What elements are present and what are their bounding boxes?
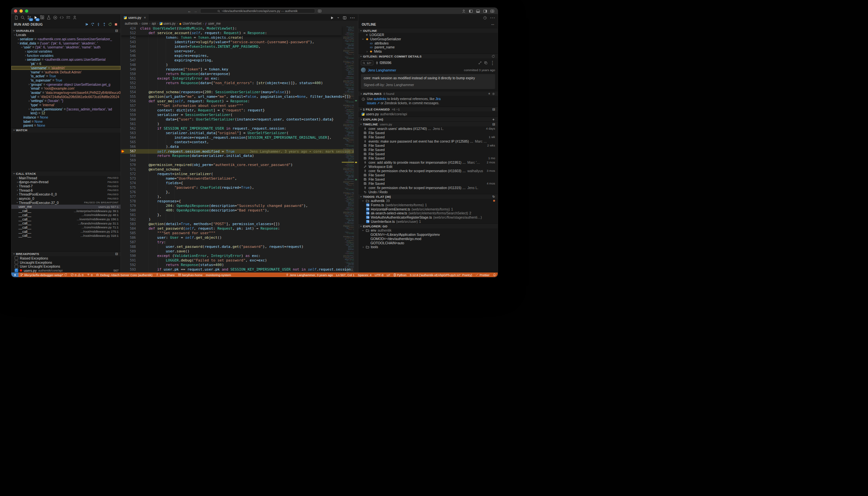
close-tab-icon[interactable]: ×	[144, 16, 146, 19]
code-line[interactable]: 591 LOGGER.debug("Failed to set password…	[121, 258, 358, 263]
breakpoint-gutter[interactable]	[121, 235, 125, 240]
status-eol[interactable]: LF	[385, 273, 392, 277]
breakpoint-gutter[interactable]	[121, 158, 125, 163]
breakpoint-gutter[interactable]	[121, 195, 125, 199]
code-line[interactable]: 569	[121, 158, 358, 163]
breakpoint-gutter[interactable]	[121, 67, 125, 72]
remote-indicator[interactable]	[11, 273, 18, 277]
call-stack-thread[interactable]: ›MainThreadPAUSED	[11, 176, 121, 180]
commit-sha[interactable]: f285096	[375, 61, 391, 65]
status-beryl-uio-home[interactable]: beryl/uio-home	[176, 273, 204, 277]
breakpoint-gutter[interactable]	[121, 86, 125, 90]
breakpoint-gutter[interactable]	[121, 240, 125, 245]
breadcrumb-item[interactable]: users.py	[159, 22, 175, 25]
code-line[interactable]: 550 return Response(data=response)	[121, 72, 358, 76]
code-line[interactable]: 559 serializer = SessionUserSerializer(	[121, 113, 358, 117]
breakpoint-gutter[interactable]	[121, 81, 125, 86]
go-env-row[interactable]: ›tools	[358, 245, 498, 249]
todos-header[interactable]: ›TODOS: FLAT (39) ↻	[358, 194, 498, 199]
continue-button[interactable]	[85, 22, 89, 26]
person-button[interactable]	[462, 8, 466, 14]
open-in-graph-button[interactable]	[478, 60, 482, 66]
timeline-item[interactable]: core: add ability to provide reason for …	[358, 160, 498, 164]
code-line[interactable]: 588 user.set_password(request.data.get("…	[121, 245, 358, 249]
code-line[interactable]: 570 @permission_required(obj_perm="authe…	[121, 163, 358, 167]
go-env-row[interactable]: ›GOTOOLCHAIN=auto	[358, 241, 498, 245]
tab-users-py[interactable]: users.py ×	[121, 14, 149, 21]
breakpoint-gutter[interactable]	[121, 49, 125, 53]
code-editor[interactable]: 542 token: Token = Token.objects.create(…	[121, 26, 358, 273]
minimap[interactable]: token: Token = Token.objects.create( ide…	[342, 26, 354, 273]
breadcrumb-item[interactable]: ◆UserViewSet	[179, 22, 202, 25]
code-line[interactable]: 586 user: User = self.get_object()	[121, 235, 358, 240]
status-language-mode[interactable]: {}Python	[392, 273, 408, 277]
code-line[interactable]: 558 context: dict[str, Request] = {"requ…	[121, 108, 358, 113]
breakpoint-gutter[interactable]	[121, 213, 125, 217]
code-line[interactable]: 593 if user.pk == request.user.pk and SE…	[121, 267, 358, 272]
breakpoint-gutter[interactable]	[121, 172, 125, 176]
more-actions-icon[interactable]: ⋯	[491, 23, 494, 26]
status-python-interpreter[interactable]: 3.12.8 ('authentik-xEAhpGPh-py3.12': Poe…	[408, 273, 474, 277]
breakpoints-section-header[interactable]: ›BREAKPOINTS ⊟	[11, 251, 121, 256]
breakpoint-gutter[interactable]	[121, 190, 125, 195]
layout-grid-button[interactable]	[490, 8, 494, 14]
breakpoint-gutter[interactable]	[121, 122, 125, 126]
code-line[interactable]: 574 fields={	[121, 181, 358, 185]
todo-file-row[interactable]: TSForms.ts(web/src/elements/forms)1	[358, 203, 498, 207]
code-line[interactable]: 589 user.save()	[121, 249, 358, 254]
status-encoding[interactable]: UTF-8	[373, 273, 385, 277]
breakpoint-gutter[interactable]	[121, 258, 125, 263]
variable-row[interactable]: ›'avatar'='data:image/svg+xml;base64,PHN…	[11, 91, 121, 95]
breakpoint-gutter[interactable]	[121, 104, 125, 108]
code-line[interactable]: 584 def set_password(self, request: Requ…	[121, 227, 358, 231]
more-actions-icon[interactable]: ⋯	[350, 15, 355, 21]
timeline-item[interactable]: core: fix permission check for scoped im…	[358, 185, 498, 190]
code-line[interactable]: 545 user=user,	[121, 49, 358, 53]
outline-item[interactable]: ›▭attributes	[358, 41, 498, 45]
code-line[interactable]: 564 instance=request._request.session[SE…	[121, 136, 358, 140]
breakpoint-gutter[interactable]	[121, 231, 125, 235]
code-line[interactable]: 583 @action(detail=True, methods=["POST"…	[121, 222, 358, 227]
layout-right-button[interactable]	[483, 8, 487, 14]
code-line[interactable]: 551 except IntegrityError as exc:	[121, 76, 358, 81]
code-line[interactable]: 566 ).data	[121, 144, 358, 149]
timeline-item[interactable]: File Saved2 wks	[358, 143, 498, 148]
status-indentation[interactable]: Spaces: 4	[356, 273, 373, 277]
view-as-tree-icon[interactable]: ⊟	[492, 108, 495, 111]
call-stack-frame[interactable]: __call__.../root/middleware.py 275:1	[11, 229, 121, 234]
breadcrumb-item[interactable]: core	[142, 22, 148, 25]
refresh-icon[interactable]: ↻	[492, 195, 495, 199]
code-line[interactable]: 557 """Get information about current use…	[121, 104, 358, 108]
breakpoint-checkbox[interactable]	[15, 269, 18, 272]
timeline-item[interactable]: Undo / Redo	[358, 190, 498, 194]
breakpoint-gutter[interactable]	[121, 167, 125, 172]
code-line[interactable]: 585 """Set password for user"""	[121, 231, 358, 235]
code-line[interactable]: 567 self.request.session.modified = True…	[121, 149, 358, 154]
call-stack-thread[interactable]: ›django-main-threadPAUSED	[11, 180, 121, 184]
variable-row[interactable]: ›special variables	[11, 49, 121, 53]
code-line[interactable]: 560 data={"user": UserSelfSerializer(ins…	[121, 117, 358, 122]
more-actions-icon[interactable]: ⋮	[490, 60, 495, 66]
todo-repo-row[interactable]: ›authentik39	[358, 199, 498, 203]
breakpoint-gutter[interactable]	[121, 249, 125, 254]
todo-file-row[interactable]: TSWebAuthnAuthenticatorRegisterStage.ts(…	[358, 215, 498, 220]
variable-row[interactable]: ›function variables	[11, 53, 121, 58]
variable-row[interactable]: ›'type'='internal'	[11, 103, 121, 107]
timeline-item[interactable]: File Saved1 mo	[358, 156, 498, 160]
breakpoint-gutter[interactable]	[121, 99, 125, 104]
breakpoint-gutter[interactable]	[121, 126, 125, 131]
breakpoint-gutter[interactable]	[121, 263, 125, 267]
breakpoint-gutter[interactable]	[121, 35, 125, 40]
breakpoint-gutter[interactable]	[121, 94, 125, 99]
breakpoint-gutter[interactable]	[121, 254, 125, 258]
call-stack-frame[interactable]: __call__.../core/middleware.py 48:1	[11, 213, 121, 217]
breakpoint-gutter[interactable]	[121, 144, 125, 149]
code-line[interactable]: 580 400: OpenApiResponse(description="Ba…	[121, 208, 358, 213]
sticky-line[interactable]: 512 def service_account(self, request: R…	[121, 31, 342, 35]
status-line-blame[interactable]: Jens Langhammer, 3 years ago	[284, 273, 335, 277]
activity-live-share[interactable]	[72, 15, 78, 20]
collapse-all-icon[interactable]: ⊟	[115, 29, 118, 32]
code-line[interactable]: 553	[121, 86, 358, 90]
breakpoint-checkbox[interactable]	[15, 256, 18, 260]
variable-row[interactable]: ›label=None	[11, 119, 121, 123]
